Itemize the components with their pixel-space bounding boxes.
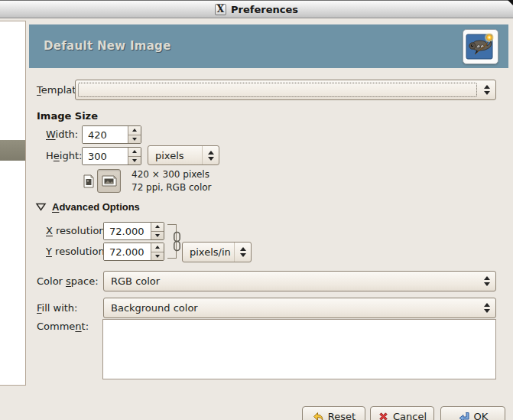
cancel-button-label: Cancel <box>393 411 427 420</box>
comment-label: Comment: <box>37 319 89 334</box>
spin-down-icon[interactable] <box>151 252 164 261</box>
spin-up-icon[interactable] <box>151 223 164 231</box>
spin-down-icon[interactable] <box>151 231 164 240</box>
reset-button-label: Reset <box>328 411 356 420</box>
cancel-button[interactable]: Cancel <box>370 406 434 420</box>
width-spin-buttons[interactable] <box>128 126 141 143</box>
y-resolution-spin-buttons[interactable] <box>151 243 164 260</box>
y-resolution-spinbox[interactable] <box>103 243 164 261</box>
window-resize-corner[interactable] <box>508 0 513 5</box>
page-header: Default New Image <box>29 24 508 68</box>
width-input[interactable] <box>83 126 128 143</box>
height-label: Height: <box>46 147 82 165</box>
up-down-arrows-icon[interactable] <box>479 272 495 291</box>
focus-indicator <box>78 83 477 97</box>
y-resolution-input[interactable] <box>104 243 151 260</box>
comment-textarea[interactable] <box>102 319 496 379</box>
tree-selected-row[interactable] <box>0 140 25 161</box>
chain-linked-icon[interactable] <box>173 231 181 252</box>
resolution-unit-combo[interactable]: pixels/in <box>182 242 252 262</box>
preferences-tree[interactable] <box>0 21 26 386</box>
ok-button[interactable]: OK <box>440 406 505 420</box>
up-down-arrows-icon[interactable] <box>202 146 219 164</box>
advanced-options-label: Advanced Options <box>52 201 140 213</box>
x-resolution-label: X resolution: <box>46 222 109 240</box>
up-down-arrows-icon[interactable] <box>479 298 495 317</box>
width-label: Width: <box>46 125 78 144</box>
fill-with-label: Fill with: <box>37 298 77 318</box>
resolution-unit-value: pixels/in <box>183 246 234 258</box>
size-summary-line1: 420 × 300 pixels <box>131 169 209 180</box>
window-title: Preferences <box>231 4 298 15</box>
spin-up-icon[interactable] <box>128 126 141 135</box>
x-resolution-input[interactable] <box>104 223 151 239</box>
undo-arrow-icon <box>312 411 324 420</box>
portrait-page-icon[interactable] <box>80 171 97 191</box>
enter-arrow-icon <box>458 411 470 420</box>
reset-button[interactable]: Reset <box>302 406 365 420</box>
ok-button-label: OK <box>474 411 489 420</box>
size-summary-line2: 72 ppi, RGB color <box>131 182 212 193</box>
height-spin-buttons[interactable] <box>128 148 141 164</box>
up-down-arrows-icon[interactable] <box>479 80 495 99</box>
color-space-value: RGB color <box>104 275 479 287</box>
up-down-arrows-icon[interactable] <box>234 243 251 262</box>
titlebar[interactable]: X Preferences <box>0 0 513 18</box>
spin-up-icon[interactable] <box>128 148 141 156</box>
size-unit-value: pixels <box>148 150 202 161</box>
advanced-options-expander[interactable]: Advanced Options <box>35 201 140 213</box>
height-input[interactable] <box>83 148 128 164</box>
fill-with-combo[interactable]: Background color <box>103 298 496 318</box>
color-space-label: Color space: <box>37 271 99 291</box>
spin-down-icon[interactable] <box>128 156 141 165</box>
wilber-wand-icon <box>463 29 498 64</box>
landscape-page-icon[interactable] <box>97 169 121 193</box>
y-resolution-label: Y resolution: <box>46 243 108 261</box>
fill-with-value: Background color <box>104 302 479 314</box>
preferences-window: X Preferences Default New Image <box>0 0 513 420</box>
spin-down-icon[interactable] <box>128 135 141 144</box>
height-spinbox[interactable] <box>82 147 141 165</box>
image-size-heading: Image Size <box>37 110 98 122</box>
x-resolution-spin-buttons[interactable] <box>151 223 164 239</box>
x-resolution-spinbox[interactable] <box>103 222 164 240</box>
spin-up-icon[interactable] <box>151 243 164 252</box>
page-title: Default New Image <box>44 39 171 53</box>
template-combo[interactable] <box>75 80 496 100</box>
width-spinbox[interactable] <box>82 125 141 144</box>
size-unit-combo[interactable]: pixels <box>148 145 219 165</box>
x11-logo-icon: X <box>215 4 226 15</box>
wilber-wand-graphic <box>466 32 495 61</box>
red-x-icon <box>378 411 389 420</box>
color-space-combo[interactable]: RGB color <box>103 271 496 291</box>
triangle-down-icon <box>35 203 47 211</box>
